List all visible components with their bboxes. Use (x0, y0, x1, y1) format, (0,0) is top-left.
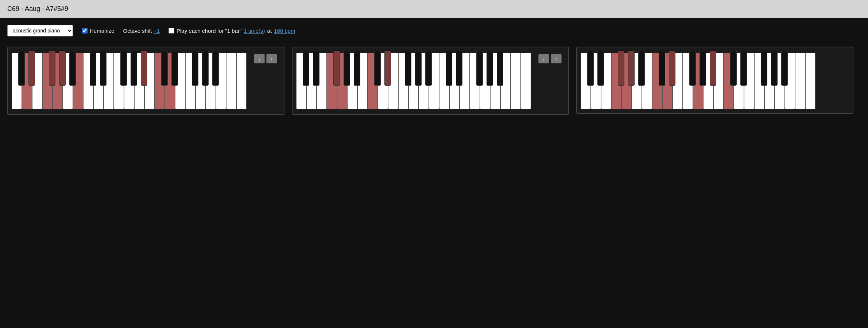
play-chord-label: Play each chord for "1 bar" 1 time(s) at… (168, 28, 295, 34)
piano-3-keys (581, 51, 836, 109)
black-key-4[interactable] (638, 51, 645, 86)
piano-1-nav: ↓ ↑ (254, 54, 277, 63)
black-key-1[interactable] (28, 51, 35, 86)
play-at-text: at (267, 28, 272, 34)
black-key-10[interactable] (446, 51, 452, 86)
black-key-8[interactable] (415, 51, 422, 86)
black-key-14[interactable] (212, 51, 219, 86)
black-key-13[interactable] (202, 51, 209, 86)
black-key-7[interactable] (120, 51, 127, 86)
page-title: C69 - Aaug - A7#5#9 (7, 5, 68, 12)
octave-shift-label: Octave shift +1 (123, 28, 160, 34)
black-key-11[interactable] (456, 51, 462, 86)
black-key-10[interactable] (730, 51, 737, 86)
black-key-5[interactable] (374, 51, 381, 86)
black-key-13[interactable] (487, 51, 493, 86)
humanize-label: Humanize (82, 28, 115, 34)
black-key-3[interactable] (628, 51, 635, 86)
play-times-link[interactable]: 1 time(s) (244, 28, 265, 34)
black-key-5[interactable] (659, 51, 665, 86)
black-key-4[interactable] (354, 51, 360, 86)
black-key-10[interactable] (161, 51, 168, 86)
instrument-select[interactable]: acoustic grand piano electric piano orga… (7, 25, 73, 36)
black-key-14[interactable] (781, 51, 788, 86)
play-chord-text: Play each chord for "1 bar" (177, 28, 241, 34)
black-key-6[interactable] (669, 51, 675, 86)
black-key-1[interactable] (597, 51, 604, 86)
black-key-6[interactable] (384, 51, 391, 86)
piano-1-up-btn[interactable]: ↑ (266, 54, 277, 63)
black-key-7[interactable] (405, 51, 411, 86)
black-key-12[interactable] (476, 51, 483, 86)
humanize-text: Humanize (90, 28, 115, 34)
black-key-4[interactable] (69, 51, 76, 86)
black-key-12[interactable] (192, 51, 198, 86)
black-key-0[interactable] (587, 51, 594, 86)
white-key-21[interactable] (511, 53, 521, 109)
piano-2-keys (296, 51, 551, 109)
black-key-8[interactable] (131, 51, 137, 86)
black-key-1[interactable] (313, 51, 319, 86)
white-key-22[interactable] (236, 53, 247, 109)
play-bpm-link[interactable]: 160 bpm (274, 28, 295, 34)
piano-2-wrapper: ↓ ↑ (296, 51, 565, 109)
black-key-5[interactable] (90, 51, 96, 86)
black-key-14[interactable] (497, 51, 503, 86)
black-key-6[interactable] (100, 51, 106, 86)
black-key-2[interactable] (618, 51, 624, 86)
black-key-9[interactable] (141, 51, 147, 86)
black-key-2[interactable] (333, 51, 340, 86)
octave-shift-value[interactable]: +1 (154, 28, 160, 34)
piano-3 (576, 47, 853, 114)
black-key-3[interactable] (59, 51, 66, 86)
black-key-0[interactable] (303, 51, 309, 86)
white-key-21[interactable] (226, 53, 236, 109)
piano-1-down-btn[interactable]: ↓ (254, 54, 265, 63)
black-key-8[interactable] (700, 51, 706, 86)
black-key-2[interactable] (49, 51, 55, 86)
black-key-9[interactable] (425, 51, 432, 86)
humanize-checkbox[interactable] (82, 28, 88, 34)
piano-1-wrapper: ↓ ↑ (12, 51, 280, 109)
piano-2-up-btn[interactable]: ↑ (551, 54, 562, 63)
piano-1: ↓ ↑ (7, 47, 284, 115)
black-key-0[interactable] (18, 51, 25, 86)
controls-bar: acoustic grand piano electric piano orga… (0, 18, 868, 43)
black-key-11[interactable] (171, 51, 178, 86)
black-key-3[interactable] (344, 51, 350, 86)
black-key-12[interactable] (761, 51, 767, 86)
black-key-13[interactable] (771, 51, 778, 86)
piano-2-nav: ↓ ↑ (538, 54, 562, 63)
piano-2-down-btn[interactable]: ↓ (538, 54, 549, 63)
white-key-21[interactable] (795, 53, 805, 109)
keyboards-area: ↓ ↑ ↓ ↑ (0, 43, 868, 122)
white-key-22[interactable] (521, 53, 531, 109)
black-key-7[interactable] (689, 51, 696, 86)
title-bar: C69 - Aaug - A7#5#9 (0, 0, 868, 18)
piano-2: ↓ ↑ (292, 47, 569, 115)
black-key-11[interactable] (740, 51, 747, 86)
white-key-22[interactable] (805, 53, 815, 109)
black-key-9[interactable] (710, 51, 716, 86)
piano-1-keys (12, 51, 267, 109)
piano-3-row (576, 47, 853, 115)
play-chord-checkbox[interactable] (168, 28, 174, 34)
